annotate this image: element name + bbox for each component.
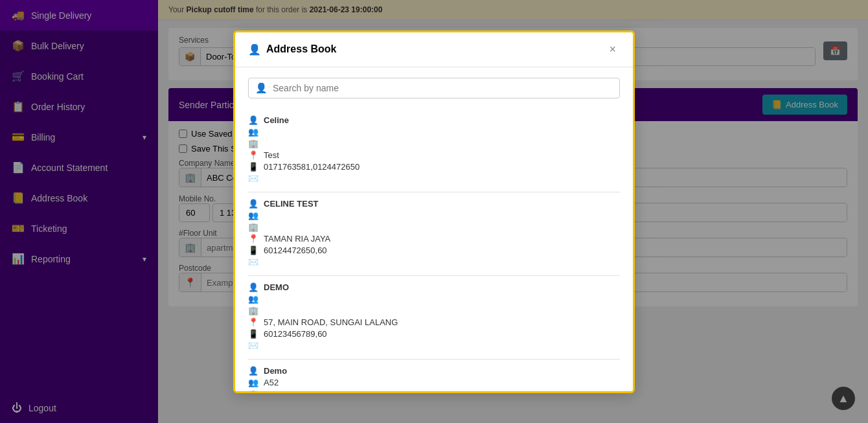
modal-body: 👤 👤 Celine 👥 🏢 (235, 67, 633, 391)
phone-icon-2: 📱 (248, 246, 258, 255)
group-icon: 👥 (248, 127, 258, 137)
email-icon-2: ✉️ (248, 257, 258, 267)
person-icon-4: 👤 (248, 366, 258, 376)
modal-overlay: 👤 Address Book × 👤 👤 Celine (0, 0, 868, 423)
phone-icon-3: 📱 (248, 329, 258, 339)
building-icon-1: 🏢 (248, 139, 258, 148)
building-icon-3: 🏢 (248, 306, 258, 315)
phone-icon-1: 📱 (248, 162, 258, 172)
modal-header: 👤 Address Book × (235, 32, 633, 67)
list-item[interactable]: 👤 CELINE TEST 👥 🏢 📍 TAMAN RIA JAYA (248, 192, 620, 276)
modal-close-button[interactable]: × (605, 41, 620, 58)
group-icon-3: 👥 (248, 294, 258, 304)
list-item[interactable]: 👤 Demo 👥 A52 🏢 Demo Sdn Bhd 📍 Jln Desa B… (248, 360, 620, 391)
building-icon-4: 🏢 (248, 389, 258, 391)
list-item[interactable]: 👤 Celine 👥 🏢 📍 Test (248, 109, 620, 192)
group-icon-2: 👥 (248, 211, 258, 220)
person-icon-2: 👤 (248, 199, 258, 209)
email-icon-1: ✉️ (248, 174, 258, 183)
list-item[interactable]: 👤 DEMO 👥 🏢 📍 57, MAIN ROAD, SUNGAI LALAN… (248, 276, 620, 360)
location-icon-3: 📍 (248, 317, 258, 327)
search-input[interactable] (273, 83, 613, 93)
group-icon-4: 👥 (248, 378, 258, 387)
modal-title: 👤 Address Book (248, 43, 336, 56)
modal-person-icon: 👤 (248, 43, 261, 56)
building-icon-2: 🏢 (248, 222, 258, 232)
person-icon-3: 👤 (248, 282, 258, 292)
person-icon: 👤 (248, 115, 258, 125)
modal-search-wrapper: 👤 (248, 78, 620, 98)
search-person-icon: 👤 (255, 82, 268, 94)
address-book-modal: 👤 Address Book × 👤 👤 Celine (233, 30, 635, 393)
location-icon-2: 📍 (248, 234, 258, 244)
email-icon-3: ✉️ (248, 341, 258, 350)
address-list: 👤 Celine 👥 🏢 📍 Test (248, 109, 620, 391)
location-icon-1: 📍 (248, 150, 258, 160)
